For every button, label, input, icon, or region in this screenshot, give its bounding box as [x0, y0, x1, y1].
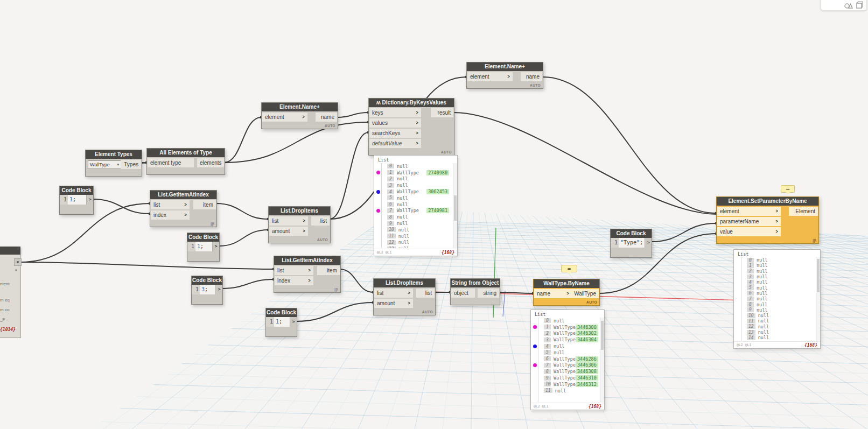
wire[interactable] [499, 292, 533, 293]
wire[interactable] [224, 117, 261, 163]
port-input-list[interactable]: list> [269, 216, 308, 226]
element-id-chip[interactable]: 3446310 [576, 375, 598, 381]
lacing-indicator[interactable]: AUTO [325, 123, 335, 129]
node-title-element-name-mid[interactable]: Element.Name+ [262, 103, 338, 111]
lacing-indicator[interactable]: ||\ [211, 221, 214, 227]
port-input-list[interactable]: list> [374, 289, 413, 298]
port-input-list[interactable]: list> [275, 266, 313, 275]
element-id-chip[interactable]: 3446300 [576, 325, 598, 330]
node-title-element-setparameterbyname[interactable]: Element.SetParameterByName [717, 197, 818, 206]
port-output-codeblock[interactable]: > [645, 238, 652, 248]
element-id-chip[interactable]: 3446306 [576, 362, 598, 368]
port-output-Element[interactable]: Element [789, 207, 818, 216]
port-input-object[interactable]: object [451, 289, 475, 298]
preview-scrollbar-thumb[interactable] [817, 259, 820, 292]
lacing-indicator[interactable]: ||\ [813, 237, 816, 243]
port-input-amount[interactable]: amount> [269, 227, 308, 236]
port-output-item[interactable]: item [317, 266, 340, 275]
wire[interactable] [330, 132, 368, 219]
node-title-dictionary-bykeysvalues[interactable]: ʍ Dictionary.ByKeysValues [369, 99, 454, 107]
element-id-chip[interactable]: 3446302 [576, 330, 598, 336]
geometry-icon[interactable] [844, 1, 853, 9]
preview-scrollbar-thumb[interactable] [454, 195, 457, 221]
port-input-defaultValue[interactable]: defaultValue> [369, 139, 421, 148]
port-input-element[interactable]: element> [717, 207, 781, 216]
wire[interactable] [337, 112, 368, 117]
element-id-chip[interactable]: 3062453 [426, 189, 449, 194]
node-title-code-block-2[interactable]: Code Block [187, 233, 219, 242]
port-input-values[interactable]: values> [369, 118, 421, 128]
node-title-code-block-4[interactable]: Code Block [266, 308, 297, 317]
element-id-chip[interactable]: 2740981 [426, 208, 449, 213]
node-list-getitematindex-1[interactable]: List.GetItemAtIndexlist>index>item||\ [150, 190, 217, 227]
warning-bubble-element-setparameterbyname[interactable]: – [781, 185, 795, 193]
node-left-clipped-header[interactable] [0, 247, 20, 255]
port-output-codeblock[interactable]: > [212, 242, 219, 251]
node-title-code-block-5[interactable]: Code Block [611, 229, 652, 238]
graph-canvas[interactable]: Element TypesWallType▾TypesAll Elements … [0, 0, 868, 429]
wire[interactable] [340, 269, 373, 292]
node-walltype-byname[interactable]: WallType.ByNamename>WallTypeAUTO [533, 279, 600, 306]
node-title-element-types[interactable]: Element Types [86, 150, 142, 159]
node-list-dropitems-1[interactable]: List.DropItemslist>amount>listAUTO [268, 206, 331, 243]
warning-bubble-walltype-byname[interactable]: = [561, 265, 577, 272]
preview-scrollbar-thumb[interactable] [601, 321, 604, 349]
port-input-searchKeys[interactable]: searchKeys> [369, 129, 421, 138]
node-element-name-mid[interactable]: Element.Name+element>nameAUTO [261, 102, 338, 129]
port-input-keys[interactable]: keys> [369, 108, 421, 117]
node-title-element-name-top[interactable]: Element.Name+ [467, 62, 543, 71]
port-input-parameterName[interactable]: parameterName> [717, 217, 781, 226]
port-input-element[interactable]: element> [262, 112, 307, 122]
port-output-string[interactable]: string [478, 289, 499, 298]
port-output-elements[interactable]: elements [197, 158, 224, 167]
element-id-chip[interactable]: 3446304 [576, 337, 598, 342]
node-code-block-3[interactable]: Code Block13;> [191, 276, 223, 305]
node-string-from-object[interactable]: String from Objectobjectstring [450, 278, 500, 305]
port-input-element-type[interactable]: element type [148, 158, 194, 167]
node-list-getitematindex-2[interactable]: List.GetItemAtIndexlist>index>item||\ [274, 256, 341, 293]
codeblock-code-input[interactable]: 1; [195, 242, 212, 251]
lacing-indicator[interactable]: AUTO [586, 299, 597, 305]
node-code-block-1[interactable]: Code Block11;> [59, 186, 94, 215]
port-output-name[interactable]: name [316, 112, 337, 122]
port-input-amount[interactable]: amount> [374, 299, 413, 308]
lacing-indicator[interactable]: AUTO [441, 149, 452, 155]
node-element-types[interactable]: Element TypesWallType▾Types [85, 150, 142, 177]
port-output-result[interactable]: result [431, 108, 453, 117]
wire[interactable] [453, 112, 717, 214]
node-dictionary-bykeysvalues[interactable]: ʍ Dictionary.ByKeysValueskeys>values>sea… [368, 98, 454, 156]
port-output-list[interactable]: list [416, 289, 435, 298]
node-title-list-dropitems-1[interactable]: List.DropItems [269, 207, 330, 215]
element-id-chip[interactable]: 3446286 [576, 356, 598, 362]
wire[interactable] [296, 303, 373, 321]
box-icon[interactable] [856, 1, 863, 9]
element-id-chip[interactable]: 3446312 [576, 382, 598, 387]
wire[interactable] [219, 230, 268, 246]
element-id-chip[interactable]: 2740980 [426, 170, 449, 175]
codeblock-code-input[interactable]: 1; [274, 317, 290, 327]
element-id-chip[interactable]: 3446308 [576, 369, 598, 374]
port-input-index[interactable]: index> [151, 210, 190, 220]
node-code-block-4[interactable]: Code Block11;> [265, 308, 297, 337]
node-title-code-block-3[interactable]: Code Block [192, 276, 222, 285]
codeblock-code-input[interactable]: 3; [200, 285, 215, 294]
port-output-name[interactable]: name [521, 72, 542, 81]
node-title-list-getitematindex-2[interactable]: List.GetItemAtIndex [274, 256, 340, 265]
wire[interactable] [20, 262, 274, 269]
port-output-codeblock[interactable]: > [86, 195, 93, 205]
port-input-value[interactable]: value> [717, 227, 781, 236]
node-title-list-getitematindex-1[interactable]: List.GetItemAtIndex [150, 191, 216, 199]
port-input-element[interactable]: element> [467, 72, 513, 81]
port-output-left-clipped[interactable]: > [14, 258, 22, 266]
node-title-all-elements-of-type[interactable]: All Elements of Type [147, 149, 225, 157]
node-code-block-5[interactable]: Code Block1"Type";> [610, 229, 652, 258]
node-list-dropitems-2[interactable]: List.DropItemslist>amount>listAUTO [373, 278, 436, 315]
node-element-setparameterbyname[interactable]: Element.SetParameterByNameelement>parame… [716, 196, 819, 244]
port-input-name[interactable]: name> [534, 289, 572, 298]
node-title-list-dropitems-2[interactable]: List.DropItems [374, 279, 435, 287]
lacing-indicator[interactable]: ||\ [334, 286, 338, 292]
node-title-string-from-object[interactable]: String from Object [451, 279, 500, 287]
wire[interactable] [222, 279, 274, 289]
node-element-name-top[interactable]: Element.Name+element>nameAUTO [466, 62, 543, 89]
wire[interactable] [93, 199, 150, 214]
